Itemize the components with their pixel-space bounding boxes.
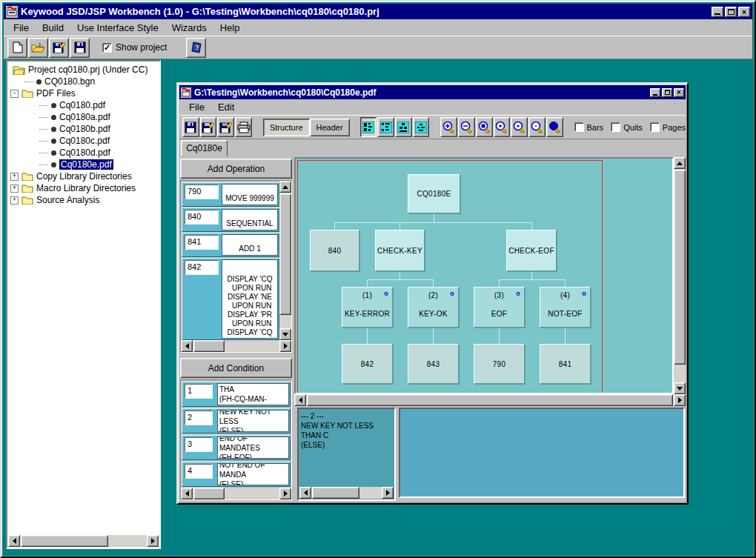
scroll-thumb[interactable] [193,340,225,352]
tree-item-label[interactable]: Cq0180d.pdf [59,147,110,158]
tree-item-pdf-selected[interactable]: Cq0180e.pdf [8,159,159,170]
tree-hscrollbar[interactable] [8,535,159,547]
add-condition-button[interactable]: Add Condition [180,358,292,378]
quits-checkbox[interactable] [611,122,620,132]
view-mode-3-button[interactable] [395,117,412,137]
doc-save-as-button[interactable] [200,117,217,137]
scroll-right-button[interactable] [382,487,394,499]
zoom-level-4-button[interactable] [528,117,546,137]
bars-checkbox[interactable] [574,122,584,132]
expand-expander-icon[interactable]: + [10,185,19,193]
tree-item-pdf[interactable]: Cq0180a.pdf [8,111,159,123]
operation-text[interactable]: DISPLAY 'CQ UPON RUN DISPLAY 'NE UPON RU… [222,259,278,339]
menu-file[interactable]: File [7,21,36,35]
menu-help[interactable]: Help [213,21,247,35]
structure-toggle-button[interactable]: Structure [263,119,310,136]
doc-menu-file[interactable]: File [182,100,211,114]
scroll-thumb[interactable] [193,488,225,499]
diagram-node-check-eof[interactable]: CHECK-EOF [506,230,557,271]
scroll-down-button[interactable] [674,382,686,394]
zoom-level-1-button[interactable] [476,117,493,137]
minimize-button[interactable] [712,7,723,17]
doc-save-copy-button[interactable] [217,117,234,137]
doc-save-button[interactable] [182,117,199,137]
diagram-node-841[interactable]: 841 [540,344,591,384]
tree-item-label-selected[interactable]: Cq0180e.pdf [59,159,113,170]
tree-item-pdf-files[interactable]: - PDF Files [8,87,159,99]
view-mode-4-button[interactable] [413,117,430,137]
condition-text[interactable]: NEW KEY NOT LESS (ELSE) [217,410,289,432]
scroll-up-button[interactable] [674,157,686,169]
open-project-button[interactable] [28,38,48,58]
expand-expander-icon[interactable]: + [10,196,19,205]
app-titlebar[interactable]: Keywood JSD/JSP Workbench (1.0) - G:\Tes… [4,4,752,19]
tree-item-label[interactable]: Cq0180b.pdf [59,124,110,134]
doc-minimize-button[interactable] [650,88,660,97]
preview-hscrollbar[interactable] [299,487,394,499]
zoom-out-button[interactable] [458,117,475,137]
tree-item-pdf[interactable]: Cq0180c.pdf [8,135,159,147]
scroll-thumb[interactable] [21,535,108,547]
operations-vscrollbar[interactable] [279,181,291,340]
tree-item-label[interactable]: Macro Library Directories [36,183,136,193]
zoom-full-button[interactable] [546,117,563,137]
scroll-right-button[interactable] [147,535,159,547]
tree-item-pdf[interactable]: Cq0180d.pdf [8,147,159,159]
diagram-node-key-error[interactable]: (1) o KEY-ERROR [342,287,393,328]
tree-item-macro-library[interactable]: + Macro Library Directories [8,182,159,194]
diagram-vscrollbar[interactable] [674,157,686,394]
diagram-node-not-eof[interactable]: (4) o NOT-EOF [540,287,591,328]
tree-item-pdf[interactable]: Cq0180.pdf [8,99,159,111]
tree-item-label[interactable]: Cq0180c.pdf [59,136,110,146]
structure-diagram-canvas[interactable]: CQ0180E 840 CHECK-KEY CHECK-EOF (1) o KE… [294,157,674,394]
header-toggle-button[interactable]: Header [310,119,350,136]
doc-menu-edit[interactable]: Edit [211,100,241,114]
operation-row[interactable]: 842 DISPLAY 'CQ UPON RUN DISPLAY 'NE UPO… [182,258,279,340]
view-mode-2-button[interactable] [377,117,394,137]
tree-item-label[interactable]: CQ0180.bgn [44,76,95,87]
condition-text[interactable]: END OF MANDATES (FH-EOF) [217,436,289,459]
condition-row[interactable]: 4 NOT END OF MANDA (ELSE) [182,462,291,487]
expand-expander-icon[interactable]: + [10,173,19,181]
tree-item-bgn[interactable]: CQ0180.bgn [8,76,159,87]
condition-number-field[interactable]: 1 [185,384,213,399]
tree-item-project-root[interactable]: Project cq0180.prj (Under CC) [8,64,159,76]
doc-close-button[interactable]: × [674,88,684,97]
operation-text[interactable]: ADD 1 [222,234,278,256]
tree-item-label[interactable]: PDF Files [36,88,76,99]
condition-text[interactable]: NOT END OF MANDA (ELSE) [217,463,289,485]
new-file-button[interactable] [7,38,27,58]
condition-number-field[interactable]: 4 [185,464,213,479]
maximize-button[interactable] [725,7,737,17]
operation-number-field[interactable]: 841 [185,235,219,250]
detail-panel[interactable] [399,408,685,498]
zoom-level-3-button[interactable] [511,117,528,137]
doc-maximize-button[interactable] [662,88,672,97]
doc-print-button[interactable] [235,117,252,137]
menu-build[interactable]: Build [36,21,70,35]
scroll-left-button[interactable] [299,487,311,499]
menu-wizards[interactable]: Wizards [165,21,213,35]
scroll-left-button[interactable] [181,340,193,352]
diagram-node-843[interactable]: 843 [408,344,459,384]
scroll-right-button[interactable] [279,340,291,352]
tab-cq0180e[interactable]: Cq0180e [181,140,228,156]
zoom-level-2-button[interactable] [494,117,511,137]
scroll-right-button[interactable] [674,394,686,406]
operation-text[interactable]: MOVE 999999 [222,184,278,205]
diagram-hscrollbar[interactable] [294,394,686,406]
tree-item-label[interactable]: Project cq0180.prj (Under CC) [28,64,147,75]
help-button[interactable]: ? [186,38,206,58]
show-project-checkbox[interactable]: ✓ [102,43,112,53]
diagram-node-790[interactable]: 790 [474,344,525,384]
scroll-thumb[interactable] [279,193,291,315]
pages-checkbox[interactable] [650,122,660,132]
scroll-down-button[interactable] [279,328,291,340]
diagram-node-842[interactable]: 842 [342,344,393,384]
condition-text[interactable]: NEW KEY LESS THA (FH-CQ-MAN-RKEY [217,383,289,405]
view-mode-1-button[interactable] [360,117,377,137]
operation-row[interactable]: 840 SEQUENTIAL [182,207,279,232]
condition-row[interactable]: 2 NEW KEY NOT LESS (ELSE) [182,408,291,434]
operation-number-field[interactable]: 840 [185,210,219,225]
tree-item-label[interactable]: Cq0180a.pdf [59,112,110,122]
